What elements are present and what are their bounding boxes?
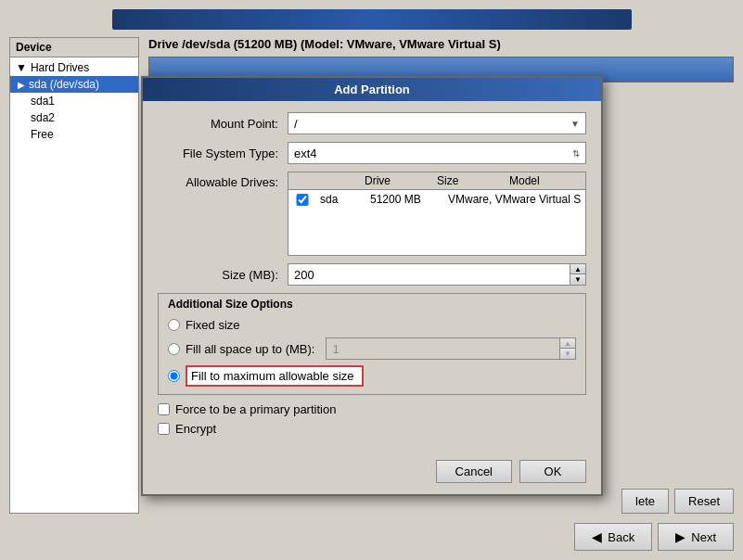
fill-all-space-row: Fill all space up to (MB): ▲ ▼: [168, 337, 576, 360]
sidebar: Device ▼ Hard Drives ▶ sda (/dev/sda) sd…: [9, 37, 139, 514]
size-mb-control: ▲ ▼: [288, 263, 586, 286]
back-arrow-icon: ◀: [592, 529, 602, 544]
top-progress-bar: [112, 9, 632, 30]
encrypt-row: Encrypt: [158, 422, 586, 436]
force-primary-row: Force to be a primary partition: [158, 402, 586, 416]
action-buttons: lete Reset: [621, 489, 734, 514]
fill-max-label: Fill to maximum allowable size: [191, 369, 354, 383]
expand-arrow-icon: ▼: [16, 61, 27, 74]
mount-point-label: Mount Point:: [158, 117, 288, 131]
encrypt-checkbox[interactable]: [158, 423, 170, 435]
next-label: Next: [691, 530, 716, 544]
modal-footer: Cancel OK: [143, 452, 601, 494]
back-button[interactable]: ◀ Back: [574, 523, 652, 551]
fill-all-space-label: Fill all space up to (MB):: [186, 342, 314, 356]
col-model-header: Model: [509, 174, 582, 187]
drives-table: Drive Size Model sda 51200 MB VMware, VM…: [288, 172, 586, 256]
sda1-label: sda1: [31, 95, 55, 108]
hard-drives-label: Hard Drives: [31, 61, 89, 74]
sidebar-item-hard-drives[interactable]: ▼ Hard Drives: [10, 59, 138, 76]
modal-body: Mount Point: / ▼ File System Type: ext4 …: [143, 101, 601, 452]
fill-max-radio[interactable]: [168, 370, 180, 382]
next-arrow-icon: ▶: [675, 529, 685, 544]
col-drive-header: Drive: [365, 174, 437, 187]
drive-title: Drive /dev/sda (51200 MB) (Model: VMware…: [148, 37, 734, 51]
fill-all-space-radio[interactable]: [168, 343, 180, 355]
col-size-header: Size: [437, 174, 509, 187]
drive-checkbox[interactable]: [292, 194, 313, 206]
filesystem-type-label: File System Type:: [158, 146, 288, 160]
additional-size-options-legend: Additional Size Options: [168, 298, 576, 311]
sidebar-header: Device: [10, 38, 138, 57]
sda-label: sda (/dev/sda): [29, 78, 99, 91]
sidebar-item-sda2[interactable]: sda2: [10, 109, 138, 126]
mount-point-arrow-icon: ▼: [570, 119, 580, 129]
ok-button[interactable]: OK: [519, 460, 586, 483]
modal-titlebar: Add Partition: [143, 78, 601, 101]
fill-space-spin-buttons: ▲ ▼: [559, 338, 575, 359]
fixed-size-row: Fixed size: [168, 318, 576, 332]
mount-point-value: /: [294, 117, 298, 131]
fill-space-increment-button[interactable]: ▲: [560, 338, 575, 349]
sidebar-section: ▼ Hard Drives ▶ sda (/dev/sda) sda1 sda2…: [10, 57, 138, 145]
table-row: sda 51200 MB VMware, VMware Virtual S: [288, 190, 585, 209]
fill-space-spinbox: ▲ ▼: [326, 337, 576, 360]
filesystem-type-row: File System Type: ext4 ⇅: [158, 142, 586, 164]
cancel-button[interactable]: Cancel: [436, 460, 512, 483]
fixed-size-radio[interactable]: [168, 319, 180, 331]
size-decrement-button[interactable]: ▼: [570, 274, 585, 285]
force-primary-checkbox[interactable]: [158, 403, 170, 415]
sidebar-item-sda[interactable]: ▶ sda (/dev/sda): [10, 76, 138, 93]
additional-size-options: Additional Size Options Fixed size Fill …: [158, 293, 586, 395]
fill-max-box: Fill to maximum allowable size: [186, 365, 364, 387]
col-check-header: [292, 174, 365, 187]
free-label: Free: [31, 128, 54, 141]
drive-size: 51200 MB: [370, 193, 444, 206]
allowable-drives-row: Allowable Drives: Drive Size Model sda 5…: [158, 172, 586, 256]
mount-point-select[interactable]: / ▼: [288, 112, 586, 134]
fill-space-decrement-button[interactable]: ▼: [560, 349, 575, 359]
size-mb-label: Size (MB):: [158, 268, 288, 282]
size-increment-button[interactable]: ▲: [570, 264, 585, 274]
size-spin-buttons: ▲ ▼: [570, 264, 585, 285]
drive-name: sda: [320, 193, 366, 206]
size-spinbox: ▲ ▼: [288, 263, 586, 286]
encrypt-label: Encrypt: [175, 422, 216, 436]
force-primary-label: Force to be a primary partition: [175, 402, 336, 416]
sda-arrow-icon: ▶: [18, 80, 25, 90]
add-partition-modal: Add Partition Mount Point: / ▼ File Syst…: [141, 76, 603, 496]
allowable-drives-table-wrap: Drive Size Model sda 51200 MB VMware, VM…: [288, 172, 586, 256]
sidebar-item-sda1[interactable]: sda1: [10, 93, 138, 109]
reset-button[interactable]: Reset: [674, 489, 734, 514]
next-button[interactable]: ▶ Next: [658, 523, 734, 551]
allowable-drives-label: Allowable Drives:: [158, 172, 288, 189]
sda2-label: sda2: [31, 111, 55, 124]
modal-title: Add Partition: [334, 83, 410, 96]
delete-button[interactable]: lete: [621, 489, 669, 514]
mount-point-control: / ▼: [288, 112, 586, 134]
fixed-size-label: Fixed size: [186, 318, 240, 332]
size-input[interactable]: [288, 264, 570, 285]
size-mb-row: Size (MB): ▲ ▼: [158, 263, 586, 286]
bottom-nav: ◀ Back ▶ Next: [0, 523, 743, 551]
back-label: Back: [608, 530, 634, 544]
sidebar-item-free[interactable]: Free: [10, 126, 138, 143]
filesystem-type-select[interactable]: ext4 ⇅: [288, 142, 586, 164]
mount-point-row: Mount Point: / ▼: [158, 112, 586, 134]
fill-max-row: Fill to maximum allowable size: [168, 365, 576, 387]
drive-model: VMware, VMware Virtual S: [448, 193, 582, 206]
filesystem-type-control: ext4 ⇅: [288, 142, 586, 164]
drives-table-empty: [288, 209, 585, 255]
filesystem-type-arrow-icon: ⇅: [572, 148, 580, 159]
fill-space-input[interactable]: [327, 338, 559, 359]
filesystem-type-value: ext4: [294, 146, 317, 160]
drives-table-header: Drive Size Model: [288, 172, 585, 190]
